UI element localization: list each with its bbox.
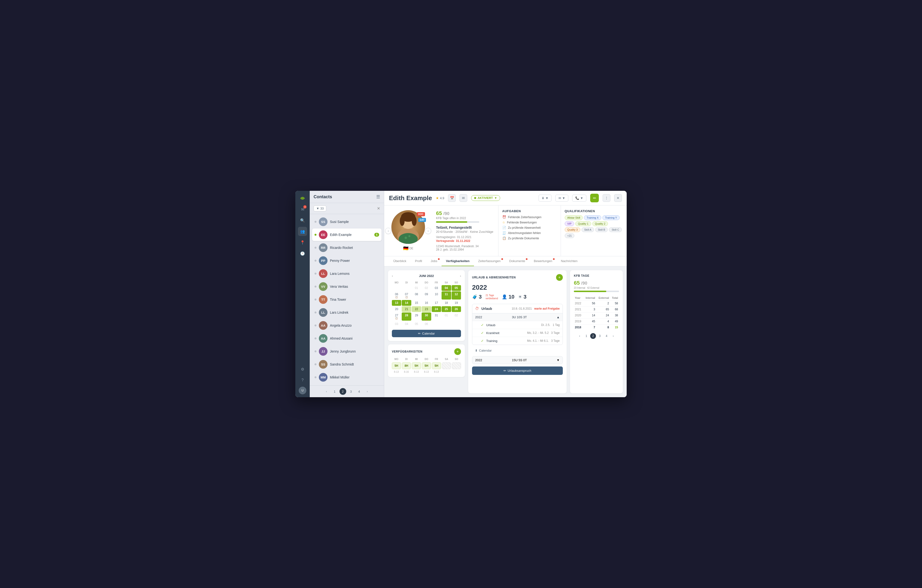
page-2-button[interactable]: 2 bbox=[340, 388, 346, 395]
cal-day[interactable]: 26 bbox=[452, 306, 461, 312]
avail-cell[interactable]: 5H bbox=[392, 363, 401, 369]
filter-close-icon[interactable]: ✕ bbox=[377, 206, 380, 211]
cal-day[interactable]: 22 bbox=[412, 306, 421, 312]
page-1-button[interactable]: 1 bbox=[331, 388, 338, 395]
add-availability-button[interactable]: + bbox=[454, 348, 461, 355]
cal-day[interactable]: 24 bbox=[432, 306, 441, 312]
nav-search-icon[interactable]: 🔍 bbox=[298, 216, 307, 225]
contact-item-edith-example[interactable]: EEEdith Example5 bbox=[312, 229, 381, 241]
nav-settings-icon[interactable]: ⚙ bbox=[298, 364, 307, 374]
calendar-icon-btn[interactable]: 📅 bbox=[448, 194, 456, 202]
more-options-button[interactable]: ⋮ bbox=[603, 194, 610, 202]
cal-day[interactable]: 03 bbox=[392, 321, 401, 327]
prev-page-button[interactable]: ‹ bbox=[323, 388, 330, 395]
cal-day[interactable]: 16 bbox=[422, 300, 431, 306]
cal-day[interactable]: 18 bbox=[441, 300, 451, 306]
qual-tag[interactable]: Skill C bbox=[609, 227, 622, 232]
cal-day[interactable]: 28 bbox=[402, 312, 411, 321]
contact-item-susi-sample[interactable]: SSSusi Sample bbox=[312, 216, 381, 228]
cal-day[interactable]: 21 bbox=[402, 306, 411, 312]
cal-day[interactable]: 08 bbox=[412, 291, 421, 299]
qual-tag[interactable]: Training X bbox=[584, 215, 601, 220]
avail-cell[interactable] bbox=[452, 363, 461, 369]
nav-help-icon[interactable]: ? bbox=[298, 376, 307, 385]
contact-item-penny-power[interactable]: PPPenny Power bbox=[312, 255, 381, 267]
tab-dokumente[interactable]: Dokumente bbox=[505, 256, 530, 266]
cal-day[interactable]: 20 bbox=[392, 306, 401, 312]
cal-day[interactable]: 04 bbox=[441, 285, 451, 291]
contact-item-angela-aruzzo[interactable]: AAAngela Aruzzo bbox=[312, 319, 381, 332]
cal-day[interactable]: 25 bbox=[441, 306, 451, 312]
cal-day[interactable]: 01 bbox=[412, 285, 421, 291]
avail-cell[interactable]: 5H bbox=[432, 363, 441, 369]
cal-day[interactable]: 07📋 bbox=[402, 291, 411, 299]
kfb-page-1-button[interactable]: 1 bbox=[584, 333, 589, 339]
contact-item-sandra-schmidt[interactable]: SSSandra Schmidt bbox=[312, 358, 381, 371]
avail-cell[interactable]: 5H bbox=[412, 363, 421, 369]
email-action-button[interactable]: ✉ ▼ bbox=[555, 194, 568, 202]
qual-tag[interactable]: VIP bbox=[565, 221, 574, 226]
logo-icon[interactable] bbox=[298, 194, 307, 203]
cal-day[interactable]: 31 bbox=[432, 312, 441, 321]
qual-tag[interactable]: Skill A bbox=[582, 227, 594, 232]
cal-day[interactable]: 17 bbox=[432, 300, 441, 306]
contact-item-ahmed-atusani[interactable]: AAAhmed Atusani bbox=[312, 332, 381, 345]
cal-day[interactable]: 14 bbox=[402, 300, 411, 306]
kfb-prev-button[interactable]: ‹ bbox=[577, 333, 582, 339]
avail-cell[interactable]: 8H bbox=[402, 363, 411, 369]
add-vacation-button[interactable]: + bbox=[556, 274, 563, 281]
photo-prev-arrow[interactable]: ‹ bbox=[385, 228, 391, 234]
qual-tag[interactable]: Quality 2 bbox=[592, 221, 608, 226]
email-icon-btn[interactable]: ✉ bbox=[459, 194, 467, 202]
nav-location-icon[interactable]: 📍 bbox=[298, 238, 307, 247]
tab-profil[interactable]: Profil bbox=[410, 256, 427, 266]
page-4-button[interactable]: 4 bbox=[356, 388, 363, 395]
calendar-download-link[interactable]: ⬇ Calendar bbox=[472, 347, 563, 354]
download-button[interactable]: ⬇ ▼ bbox=[539, 194, 551, 202]
photo-next-arrow[interactable]: › bbox=[425, 228, 431, 234]
kfb-page-4-button[interactable]: 4 bbox=[603, 333, 610, 339]
contact-item-lars-lindrek[interactable]: LLLars Lindrek bbox=[312, 306, 381, 319]
tab-nachrichten[interactable]: Nachrichten bbox=[557, 256, 582, 266]
vacation-year-row2[interactable]: 2022 15U 5S 0T ▼ bbox=[472, 356, 563, 364]
cal-day[interactable]: 19 bbox=[452, 300, 461, 306]
menu-icon[interactable]: ☰ bbox=[376, 194, 380, 199]
qual-tag[interactable]: Quality 1 bbox=[575, 221, 591, 226]
tab-bewertungen[interactable]: Bewertungen bbox=[530, 256, 557, 266]
tab-zeiterfassungen[interactable]: Zeiterfassungen bbox=[474, 256, 505, 266]
qual-tag[interactable]: +21 bbox=[565, 233, 575, 238]
cal-day[interactable]: 11 bbox=[441, 291, 451, 299]
vacation-year-row[interactable]: 2022 3U 10S 3T ▲ bbox=[472, 313, 562, 321]
close-button[interactable]: ✕ bbox=[614, 194, 622, 202]
cal-day[interactable]: 02 bbox=[422, 285, 431, 291]
kfb-page-3-button[interactable]: 3 bbox=[597, 333, 603, 339]
filter-badge[interactable]: ▼ 33 bbox=[314, 206, 326, 211]
cal-day[interactable]: 27📋 bbox=[392, 312, 401, 321]
cal-day[interactable]: 06 bbox=[422, 321, 431, 327]
cal-next-button[interactable]: › bbox=[460, 274, 461, 278]
nav-messages-icon[interactable]: 3 ✉ bbox=[298, 205, 307, 214]
calendar-export-button[interactable]: ✏ Calendar bbox=[392, 330, 461, 337]
edit-button[interactable]: ✏ bbox=[590, 194, 599, 203]
phone-button[interactable]: 📞 ▼ bbox=[572, 194, 586, 202]
cal-day[interactable]: 15 bbox=[412, 300, 421, 306]
tab-überblick[interactable]: Überblick bbox=[389, 256, 410, 266]
cal-day[interactable]: 04 bbox=[402, 321, 411, 327]
nav-clock-icon[interactable]: 🕐 bbox=[298, 249, 307, 258]
cal-day[interactable]: 05 bbox=[452, 285, 461, 291]
contact-item-lara-lemons[interactable]: LLLara Lemons bbox=[312, 267, 381, 280]
cal-day[interactable]: 29 bbox=[412, 312, 421, 321]
qual-tag[interactable]: Skill B bbox=[595, 227, 608, 232]
cal-day[interactable]: 09 bbox=[422, 291, 431, 299]
cal-day[interactable]: 30 bbox=[422, 312, 431, 321]
kfb-page-2-button[interactable]: 2 bbox=[590, 333, 596, 339]
avail-cell[interactable] bbox=[442, 363, 451, 369]
contact-item-ricardo-rocket[interactable]: RRRicardo Rocket bbox=[312, 242, 381, 254]
user-avatar[interactable]: U bbox=[299, 387, 306, 394]
cal-day[interactable]: 05 bbox=[412, 321, 421, 327]
next-page-button[interactable]: › bbox=[364, 388, 371, 395]
tab-jobs[interactable]: Jobs bbox=[427, 256, 441, 266]
qual-tag[interactable]: Training Y bbox=[602, 215, 620, 220]
cal-day[interactable]: 13 bbox=[392, 300, 401, 306]
cal-day[interactable]: 10 bbox=[432, 291, 441, 299]
